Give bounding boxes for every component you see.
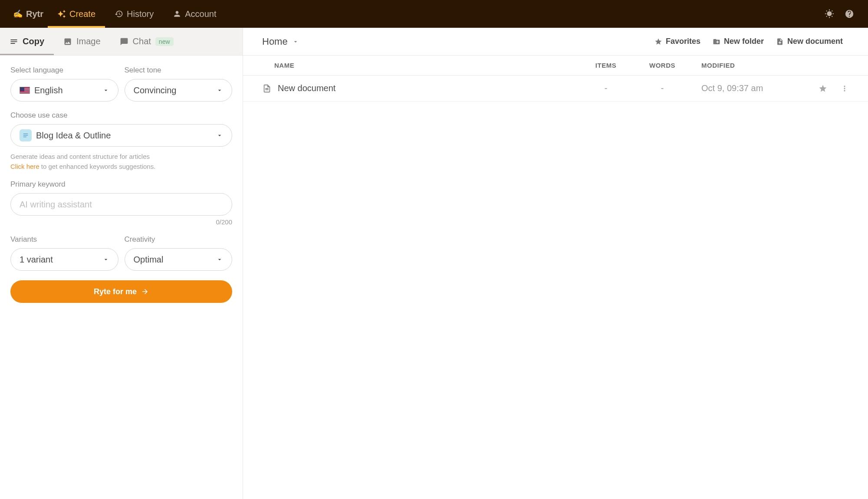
chevron-down-icon bbox=[216, 256, 223, 263]
document-icon bbox=[262, 84, 272, 93]
content-header: Home Favorites New folder New document bbox=[243, 28, 868, 56]
chevron-down-icon bbox=[102, 256, 109, 263]
tab-image[interactable]: Image bbox=[54, 28, 110, 55]
variants-value: 1 variant bbox=[20, 255, 53, 265]
usecase-value: Blog Idea & Outline bbox=[36, 131, 111, 141]
tone-select[interactable]: Convincing bbox=[125, 79, 233, 102]
variants-select[interactable]: 1 variant bbox=[10, 248, 118, 271]
tab-image-label: Image bbox=[76, 36, 101, 46]
keyword-count: 0/200 bbox=[10, 218, 232, 226]
usecase-helper: Generate ideas and content structure for… bbox=[10, 152, 232, 171]
creativity-select[interactable]: Optimal bbox=[125, 248, 233, 271]
theme-toggle[interactable] bbox=[819, 4, 839, 24]
logo-emoji: ✍️ bbox=[13, 9, 23, 19]
breadcrumb-label: Home bbox=[262, 36, 288, 47]
ryte-button-label: Ryte for me bbox=[94, 287, 137, 296]
nav-account[interactable]: Account bbox=[163, 0, 226, 28]
keyword-input[interactable] bbox=[10, 193, 232, 216]
person-icon bbox=[173, 10, 181, 18]
helper-link[interactable]: Click here bbox=[10, 163, 39, 170]
chevron-down-icon bbox=[292, 38, 299, 45]
image-icon bbox=[63, 37, 72, 46]
topnav: ✍️ Rytr Create History Account bbox=[0, 0, 868, 28]
sidebar-body: Select language English Select tone Conv… bbox=[0, 56, 243, 499]
ryte-button[interactable]: Ryte for me bbox=[10, 280, 232, 303]
blog-icon bbox=[20, 129, 32, 141]
helper-line1: Generate ideas and content structure for… bbox=[10, 153, 150, 160]
col-modified: MODIFIED bbox=[693, 62, 792, 69]
star-icon[interactable] bbox=[819, 84, 827, 93]
usecase-select[interactable]: Blog Idea & Outline bbox=[10, 124, 232, 147]
table-row[interactable]: New document - - Oct 9, 09:37 am bbox=[243, 76, 868, 102]
content-area: Home Favorites New folder New document N… bbox=[243, 28, 868, 499]
language-label: Select language bbox=[10, 66, 118, 75]
chat-icon bbox=[120, 37, 128, 46]
nav-account-label: Account bbox=[185, 9, 216, 19]
row-items: - bbox=[580, 83, 632, 93]
language-value: English bbox=[34, 85, 63, 95]
creativity-value: Optimal bbox=[134, 255, 164, 265]
col-items: ITEMS bbox=[580, 62, 632, 69]
help-icon bbox=[845, 9, 854, 19]
logo-text: Rytr bbox=[26, 9, 43, 19]
tone-value: Convincing bbox=[134, 85, 177, 95]
notes-icon bbox=[10, 37, 18, 46]
arrow-right-icon bbox=[141, 288, 149, 295]
favorites-button[interactable]: Favorites bbox=[648, 37, 707, 46]
row-name: New document bbox=[278, 83, 335, 93]
sparkles-icon bbox=[57, 10, 66, 18]
new-badge: new bbox=[155, 37, 174, 46]
favorites-label: Favorites bbox=[666, 37, 700, 46]
logo[interactable]: ✍️ Rytr bbox=[9, 9, 48, 19]
sidebar: Copy Image Chat new Select language bbox=[0, 28, 243, 499]
chevron-down-icon bbox=[216, 87, 223, 94]
star-icon bbox=[654, 38, 662, 46]
keyword-label: Primary keyword bbox=[10, 180, 232, 189]
table-header: NAME ITEMS WORDS MODIFIED bbox=[243, 56, 868, 76]
tab-chat[interactable]: Chat new bbox=[110, 28, 183, 55]
variants-label: Variants bbox=[10, 235, 118, 244]
new-folder-label: New folder bbox=[724, 37, 764, 46]
helper-line2: to get enhanced keywords suggestions. bbox=[39, 163, 156, 170]
tab-chat-label: Chat bbox=[133, 36, 151, 46]
row-modified: Oct 9, 09:37 am bbox=[693, 83, 792, 93]
help-button[interactable] bbox=[839, 4, 859, 24]
tab-copy-label: Copy bbox=[23, 36, 44, 46]
nav-history[interactable]: History bbox=[105, 0, 163, 28]
tab-copy[interactable]: Copy bbox=[0, 28, 54, 55]
creativity-label: Creativity bbox=[125, 235, 233, 244]
file-plus-icon bbox=[776, 38, 784, 46]
row-words: - bbox=[632, 83, 693, 93]
more-vert-icon[interactable] bbox=[840, 84, 849, 93]
nav-create[interactable]: Create bbox=[48, 0, 105, 28]
history-icon bbox=[115, 10, 123, 18]
col-name: NAME bbox=[262, 62, 580, 69]
tone-label: Select tone bbox=[125, 66, 233, 75]
chevron-down-icon bbox=[216, 132, 223, 139]
language-select[interactable]: English bbox=[10, 79, 118, 102]
chevron-down-icon bbox=[102, 87, 109, 94]
breadcrumb[interactable]: Home bbox=[262, 36, 299, 47]
sidebar-tabs: Copy Image Chat new bbox=[0, 28, 243, 56]
flag-us-icon bbox=[20, 87, 30, 94]
sun-icon bbox=[825, 9, 834, 19]
usecase-label: Choose use case bbox=[10, 111, 232, 120]
new-document-button[interactable]: New document bbox=[770, 37, 849, 46]
nav-create-label: Create bbox=[69, 9, 95, 19]
nav-history-label: History bbox=[127, 9, 154, 19]
new-folder-button[interactable]: New folder bbox=[707, 37, 770, 46]
col-words: WORDS bbox=[632, 62, 693, 69]
new-document-label: New document bbox=[787, 37, 843, 46]
folder-plus-icon bbox=[713, 38, 720, 46]
